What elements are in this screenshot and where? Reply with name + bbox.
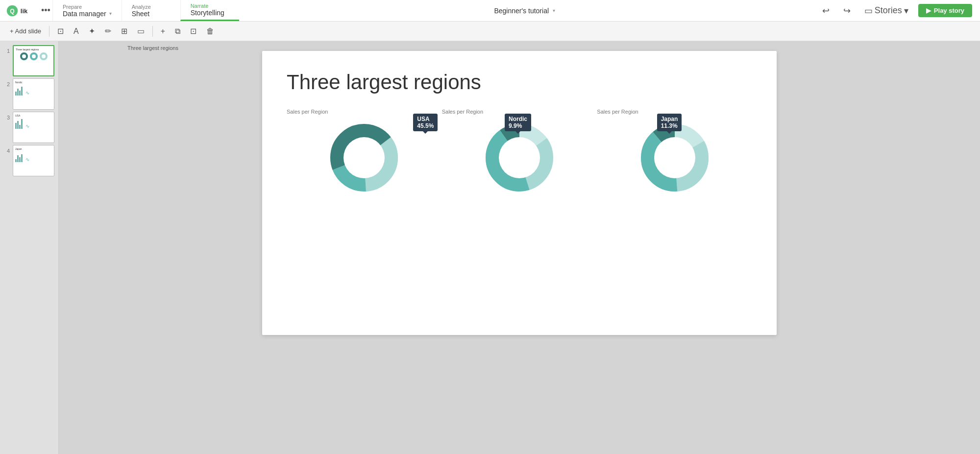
charts-row: Sales per Region — [287, 109, 752, 197]
play-story-button[interactable]: ▶ Play story — [918, 4, 972, 17]
stories-chevron-icon: ▾ — [904, 5, 908, 16]
main-layout: 1 Three largest regions 2 Nordic — [0, 41, 980, 454]
svg-text:lik: lik — [21, 7, 28, 14]
text-button[interactable]: A — [70, 25, 83, 38]
media-button[interactable]: ▭ — [133, 24, 148, 38]
text-icon: A — [74, 27, 79, 36]
copy-icon: ⧉ — [175, 27, 180, 36]
slide-thumb-4[interactable]: Japan ∿ — [13, 145, 54, 176]
slide-item-3[interactable]: 3 USA ∿ — [4, 112, 54, 143]
stories-button[interactable]: ▭ Stories ▾ — [860, 3, 912, 18]
top-navigation: Q lik ••• Prepare Data manager ▾ Analyze… — [0, 0, 980, 22]
delete-button[interactable]: 🗑 — [202, 25, 218, 38]
donut-svg-1 — [325, 119, 403, 197]
play-icon: ▶ — [926, 7, 931, 14]
tooltip-1: USA 45.5% — [413, 114, 438, 131]
nav-right: ↩ ↪ ▭ Stories ▾ ▶ Play story — [810, 0, 980, 21]
nav-analyze[interactable]: Analyze Sheet — [122, 0, 180, 21]
slide-title: Three largest regions — [287, 71, 752, 94]
image-icon: ⊞ — [121, 26, 127, 36]
add-object-icon: + — [161, 27, 165, 36]
chart-1: Sales per Region — [287, 109, 442, 197]
copy-button[interactable]: ⧉ — [171, 25, 184, 38]
toolbar-divider-1 — [49, 26, 49, 37]
toolbar-divider-2 — [152, 26, 153, 37]
slide-canvas: Three largest regions Sales per Region — [262, 51, 777, 335]
svg-point-7 — [343, 137, 385, 178]
pen-button[interactable]: ✏ — [101, 24, 115, 38]
content-area: Three largest regions Three largest regi… — [59, 41, 980, 454]
nav-center: Beginner's tutorial ▾ — [239, 0, 810, 21]
slide-thumb-2[interactable]: Nordic ∿ — [13, 78, 54, 110]
title-chevron-icon: ▾ — [553, 8, 555, 13]
delete-icon: 🗑 — [206, 27, 214, 36]
screenshot-button[interactable]: ⊡ — [53, 24, 68, 38]
donut-3: Japan 11.3% — [636, 119, 714, 197]
chart-area-2: Nordic 9.9% — [442, 119, 597, 197]
tooltip-3: Japan 11.3% — [657, 114, 682, 131]
paste-icon: ⊡ — [190, 26, 196, 36]
chart-3: Sales per Region — [597, 109, 752, 197]
chart-area-1: USA 45.5% — [287, 119, 442, 197]
donut-1: USA 45.5% — [325, 119, 403, 197]
slide-item-1[interactable]: 1 Three largest regions — [4, 45, 54, 76]
pen-icon: ✏ — [105, 26, 111, 36]
slide-item-4[interactable]: 4 Japan ∿ — [4, 145, 54, 176]
slides-panel: 1 Three largest regions 2 Nordic — [0, 41, 59, 454]
stories-icon: ▭ — [864, 5, 873, 16]
nav-narrate[interactable]: Narrate Storytelling — [180, 0, 239, 21]
svg-point-12 — [499, 137, 540, 178]
qlik-logo-svg: Q lik — [6, 4, 33, 18]
app-logo: Q lik — [0, 0, 39, 21]
chart-2: Sales per Region — [442, 109, 597, 197]
slide-thumb-3[interactable]: USA ∿ — [13, 112, 54, 143]
undo-button[interactable]: ↩ — [818, 3, 833, 18]
slide-thumb-1[interactable]: Three largest regions — [13, 45, 54, 76]
effects-button[interactable]: ✦ — [85, 24, 99, 38]
paste-button[interactable]: ⊡ — [186, 24, 200, 38]
slide-label: Three largest regions — [127, 45, 178, 51]
tooltip-2: Nordic 9.9% — [505, 114, 531, 131]
add-object-button[interactable]: + — [157, 25, 169, 38]
more-options-button[interactable]: ••• — [39, 0, 52, 21]
story-title[interactable]: Beginner's tutorial ▾ — [494, 7, 555, 15]
add-slide-button[interactable]: + Add slide — [6, 25, 45, 37]
media-icon: ▭ — [137, 26, 145, 36]
prepare-chevron-icon: ▾ — [109, 11, 112, 16]
donut-2: Nordic 9.9% — [480, 119, 559, 197]
effects-icon: ✦ — [89, 26, 95, 36]
slide-item-2[interactable]: 2 Nordic ∿ — [4, 78, 54, 110]
nav-prepare[interactable]: Prepare Data manager ▾ — [52, 0, 122, 21]
chart-area-3: Japan 11.3% — [597, 119, 752, 197]
svg-text:Q: Q — [10, 7, 14, 14]
redo-button[interactable]: ↪ — [839, 3, 855, 18]
toolbar: + Add slide ⊡ A ✦ ✏ ⊞ ▭ + ⧉ ⊡ 🗑 — [0, 22, 980, 41]
svg-point-17 — [654, 137, 695, 178]
screenshot-icon: ⊡ — [57, 26, 64, 36]
image-button[interactable]: ⊞ — [117, 24, 131, 38]
